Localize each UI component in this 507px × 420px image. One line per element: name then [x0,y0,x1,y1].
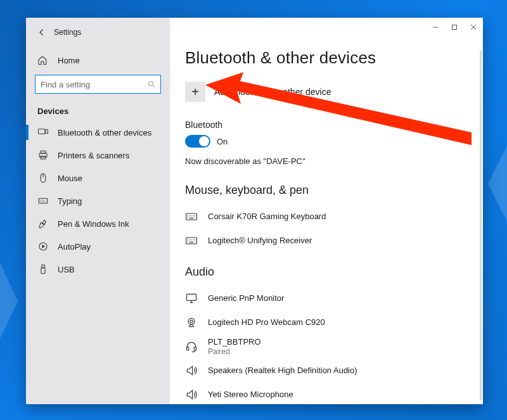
printers-icon [37,150,51,161]
device-list-audio: Generic PnP MonitorLogitech HD Pro Webca… [185,286,468,404]
device-list-mkp: Corsair K70R Gaming KeyboardLogitech® Un… [185,205,468,253]
keyboard-icon [185,210,202,223]
sidebar-item-usb[interactable]: USB [26,258,170,281]
svg-rect-3 [452,25,457,30]
home-label: Home [58,56,80,65]
sidebar: Settings Home Devices Bluetooth & other … [26,18,170,404]
device-name: Speakers (Realtek High Definition Audio) [208,366,357,376]
scrollbar[interactable] [480,51,482,400]
monitor-icon [185,292,202,305]
add-device-label: Add Bluetooth or other device [214,87,331,97]
bluetooth-toggle[interactable] [185,135,210,148]
sidebar-section-header: Devices [26,94,170,121]
desktop-decor [0,263,18,339]
desktop-decor [488,146,507,222]
svg-line-1 [153,86,155,87]
sidebar-item-printers[interactable]: Printers & scanners [26,144,170,167]
sidebar-item-label: Typing [58,196,82,206]
sidebar-item-label: Mouse [58,174,82,183]
svg-point-0 [148,81,153,86]
sidebar-nav-list: Bluetooth & other devicesPrinters & scan… [26,121,170,281]
close-button[interactable] [464,18,483,37]
mouse-icon [37,172,51,184]
sidebar-item-typing[interactable]: Typing [26,189,170,212]
device-item[interactable]: Speakers (Realtek High Definition Audio) [185,359,468,383]
device-item[interactable]: PLT_BBTPROPaired [185,334,468,359]
section-title-mkp: Mouse, keyboard, & pen [185,184,468,197]
plus-icon: + [185,82,205,102]
device-name: Logitech HD Pro Webcam C920 [208,317,325,328]
device-name: Corsair K70R Gaming Keyboard [208,212,326,222]
device-name: Generic PnP Monitor [208,293,284,303]
settings-window: Settings Home Devices Bluetooth & other … [26,18,483,404]
usb-icon [37,264,51,275]
page-title: Bluetooth & other devices [185,48,468,68]
window-controls [426,18,483,37]
sidebar-item-label: Printers & scanners [58,151,129,160]
device-name: Logitech® Unifying Receiver [208,236,312,246]
bt-icon [37,127,51,138]
minimize-button[interactable] [426,18,445,37]
pen-icon [37,218,51,229]
add-device-button[interactable]: + Add Bluetooth or other device [185,82,468,102]
bluetooth-heading: Bluetooth [185,120,468,130]
sidebar-item-pen[interactable]: Pen & Windows Ink [26,212,170,235]
sidebar-item-bt[interactable]: Bluetooth & other devices [26,121,170,144]
sidebar-item-label: Pen & Windows Ink [58,219,129,229]
search-input[interactable] [41,80,147,89]
bluetooth-toggle-row: On [185,135,468,148]
sidebar-item-autoplay[interactable]: AutoPlay [26,235,170,258]
toggle-state-label: On [217,137,228,146]
device-item[interactable]: Corsair K70R Gaming Keyboard [185,205,468,229]
device-item[interactable]: Logitech® Unifying Receiver [185,229,468,253]
back-button[interactable] [36,28,48,37]
search-container [26,72,170,94]
typing-icon [37,195,51,207]
keyboard-icon [185,234,202,247]
webcam-icon [185,316,202,329]
home-icon [37,55,51,65]
content-area: Bluetooth & other devices + Add Bluetoot… [170,18,483,404]
discoverable-text: Now discoverable as "DAVE-PC" [185,156,468,166]
device-item[interactable]: Yeti Stereo Microphone [185,383,468,404]
search-icon [147,80,156,89]
device-name: Yeti Stereo Microphone [208,390,293,400]
sidebar-item-mouse[interactable]: Mouse [26,167,170,189]
app-title: Settings [54,28,81,37]
device-item[interactable]: Logitech HD Pro Webcam C920 [185,310,468,334]
search-box[interactable] [35,75,161,94]
sidebar-item-label: USB [58,265,75,274]
sidebar-item-label: Bluetooth & other devices [58,128,151,137]
headset-icon [185,340,202,353]
speaker-icon [185,388,202,401]
titlebar-left: Settings [26,24,170,41]
section-title-audio: Audio [185,265,468,279]
device-name: PLT_BBTPROPaired [208,337,261,356]
speaker-icon [185,364,202,377]
maximize-button[interactable] [445,18,464,37]
home-nav[interactable]: Home [26,48,170,72]
device-item[interactable]: Generic PnP Monitor [185,286,468,310]
autoplay-icon [37,241,51,252]
sidebar-item-label: AutoPlay [58,242,91,251]
